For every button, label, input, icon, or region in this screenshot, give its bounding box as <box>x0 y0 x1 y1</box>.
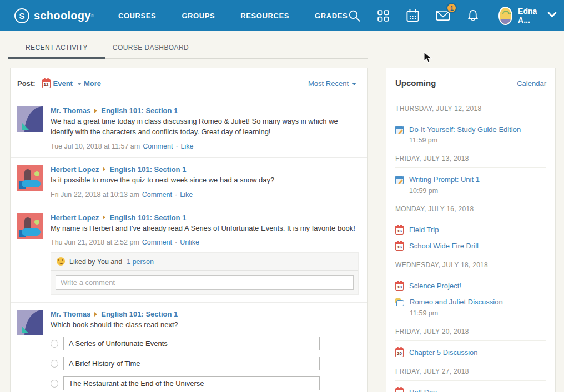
nav-item-resources[interactable]: RESOURCES <box>240 12 289 20</box>
feed-item: Mr. Thomas English 101: Section 1 We had… <box>11 99 367 158</box>
brand-name: schoology <box>34 9 91 22</box>
poll-option-label[interactable]: A Series of Unfortunate Events <box>63 337 320 350</box>
sort-dropdown[interactable]: Most Recent <box>308 79 359 88</box>
post-bar: Post: 12 Event More Most Recent <box>11 68 367 99</box>
assignment-icon <box>395 126 404 134</box>
course-link[interactable]: English 101: Section 1 <box>109 213 186 222</box>
top-navbar: S schoology ® COURSES GROUPS RESOURCES G… <box>0 0 564 31</box>
comment-link[interactable]: Comment <box>142 238 172 246</box>
event-link[interactable]: Do-It-Yourself: Study Guide Edition <box>409 125 521 134</box>
liked-by-person-link[interactable]: 1 person <box>127 258 154 266</box>
chevron-down-icon[interactable] <box>547 11 557 21</box>
poll-radio[interactable] <box>51 380 58 388</box>
nav-item-groups[interactable]: GROUPS <box>182 12 215 20</box>
post-header: Mr. Thomas English 101: Section 1 <box>51 106 359 115</box>
upcoming-event: 16 Field Trip <box>395 226 546 235</box>
event-link[interactable]: Field Trip <box>409 226 439 235</box>
upcoming-event: 27 Half Day <box>395 388 546 392</box>
user-name: Edna A... <box>518 7 541 24</box>
poll-question: Which book should the class read next? <box>51 320 359 330</box>
active-tab-underline <box>8 57 105 59</box>
post-header: Herbert Lopez English 101: Section 1 <box>51 213 359 222</box>
date-header: MONDAY, JULY 16, 2018 <box>395 205 546 218</box>
poll-option-label[interactable]: The Restaurant at the End of the Univers… <box>63 376 320 390</box>
event-link[interactable]: Chapter 5 Discussion <box>409 348 478 357</box>
feed-item: Herbert Lopez English 101: Section 1 My … <box>11 206 367 303</box>
event-link[interactable]: Half Day <box>409 388 437 392</box>
course-link[interactable]: English 101: Section 1 <box>101 106 178 115</box>
like-link[interactable]: Like <box>181 142 194 150</box>
liked-by-text: Liked by You and <box>69 258 122 266</box>
event-dropdown-caret-icon[interactable] <box>77 83 82 85</box>
poll-radio[interactable] <box>51 360 58 368</box>
date-header: WEDNESDAY, JULY 18, 2018 <box>395 261 546 274</box>
date-header: FRIDAY, JULY 20, 2018 <box>395 328 546 341</box>
trademark: ® <box>91 14 94 18</box>
course-link[interactable]: English 101: Section 1 <box>109 165 186 174</box>
event-link[interactable]: Writing Prompt: Unit 1 <box>409 175 480 184</box>
author-link[interactable]: Herbert Lopez <box>51 165 99 174</box>
messages-icon[interactable]: 1 <box>435 8 451 23</box>
upcoming-sidebar: Upcoming Calendar THURSDAY, JULY 12, 201… <box>386 68 556 392</box>
event-calendar-icon: 12 <box>42 79 51 88</box>
poll-option: A Series of Unfortunate Events <box>51 337 359 350</box>
nav-item-grades[interactable]: GRADES <box>315 12 348 20</box>
user-menu[interactable]: Edna A... <box>498 7 556 25</box>
user-avatar[interactable] <box>498 7 512 25</box>
author-link[interactable]: Herbert Lopez <box>51 213 99 222</box>
page-tabs: RECENT ACTIVITY COURSE DASHBOARD <box>10 31 368 59</box>
feed-item-poll: Mr. Thomas English 101: Section 1 Which … <box>11 303 367 392</box>
avatar-herbert-lopez[interactable] <box>17 213 43 239</box>
calendar-day-icon: 16 <box>395 242 404 251</box>
course-link[interactable]: English 101: Section 1 <box>101 310 178 318</box>
apps-grid-icon[interactable] <box>376 9 390 23</box>
post-more-button[interactable]: More <box>84 79 101 88</box>
nav-item-courses[interactable]: COURSES <box>118 12 157 20</box>
breadcrumb-arrow-icon <box>94 109 97 113</box>
post-timestamp: Thu Jun 21, 2018 at 2:52 pm <box>51 238 139 246</box>
upcoming-event: Do-It-Yourself: Study Guide Edition 11:5… <box>395 125 546 144</box>
date-header: THURSDAY, JULY 12, 2018 <box>395 105 546 118</box>
event-link[interactable]: Romeo and Juliet Discussion <box>410 298 503 307</box>
author-link[interactable]: Mr. Thomas <box>51 310 90 318</box>
notifications-bell-icon[interactable] <box>466 8 480 23</box>
post-timestamp: Tue Jul 10, 2018 at 11:57 am <box>51 142 140 150</box>
upcoming-event: 20 Chapter 5 Discussion <box>395 348 546 357</box>
smiley-like-icon <box>57 257 65 266</box>
upcoming-title: Upcoming <box>395 78 436 88</box>
poll-option: The Restaurant at the End of the Univers… <box>51 376 359 390</box>
event-time: 11:59 pm <box>409 136 521 144</box>
tab-recent-activity[interactable]: RECENT ACTIVITY <box>26 44 88 52</box>
schoology-s-icon: S <box>14 8 29 23</box>
search-icon[interactable] <box>348 9 361 23</box>
avatar-mr-thomas[interactable] <box>17 106 43 132</box>
comment-input[interactable] <box>56 275 354 290</box>
tab-course-dashboard[interactable]: COURSE DASHBOARD <box>113 44 189 52</box>
feed-item: Herbert Lopez English 101: Section 1 Is … <box>11 158 367 206</box>
discussion-icon <box>395 298 404 307</box>
date-header: FRIDAY, JULY 27, 2018 <box>395 368 546 381</box>
calendar-link[interactable]: Calendar <box>517 79 546 88</box>
author-link[interactable]: Mr. Thomas <box>51 106 90 115</box>
avatar-mr-thomas[interactable] <box>17 310 43 335</box>
calendar-icon[interactable] <box>405 8 420 23</box>
post-timestamp: Fri Jun 22, 2018 at 10:13 am <box>51 191 139 198</box>
like-link[interactable]: Like <box>180 191 193 198</box>
post-header: Herbert Lopez English 101: Section 1 <box>51 165 359 174</box>
event-link[interactable]: Science Project! <box>409 282 461 291</box>
comment-link[interactable]: Comment <box>142 191 172 198</box>
poll-option-label[interactable]: A Brief History of Time <box>63 357 320 370</box>
breadcrumb-arrow-icon <box>103 215 105 220</box>
assignment-icon <box>395 176 404 184</box>
unlike-link[interactable]: Unlike <box>180 238 199 246</box>
schoology-logo[interactable]: S schoology ® <box>14 8 94 23</box>
post-event-button[interactable]: 12 Event <box>42 79 73 88</box>
post-label: Post: <box>17 79 36 88</box>
main-nav: COURSES GROUPS RESOURCES GRADES <box>118 12 348 20</box>
avatar-herbert-lopez[interactable] <box>17 165 43 191</box>
post-header: Mr. Thomas English 101: Section 1 <box>51 310 359 318</box>
poll-radio[interactable] <box>51 340 58 348</box>
comment-link[interactable]: Comment <box>143 142 173 150</box>
event-link[interactable]: School Wide Fire Drill <box>409 242 479 251</box>
calendar-day-icon: 20 <box>395 348 404 357</box>
